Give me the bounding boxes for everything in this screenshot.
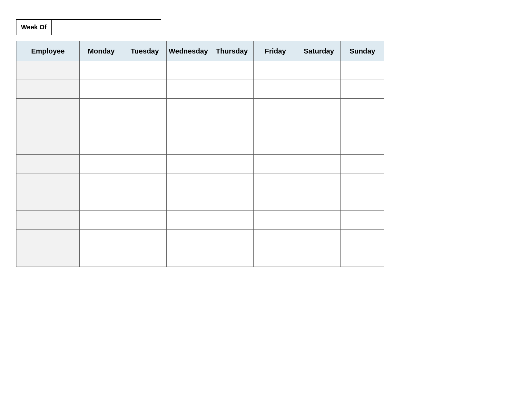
day-cell[interactable] bbox=[254, 80, 297, 99]
employee-cell[interactable] bbox=[16, 61, 80, 80]
employee-cell[interactable] bbox=[16, 192, 80, 211]
day-cell[interactable] bbox=[297, 192, 341, 211]
day-cell[interactable] bbox=[297, 136, 341, 155]
employee-cell[interactable] bbox=[16, 211, 80, 230]
day-cell[interactable] bbox=[80, 211, 123, 230]
employee-cell[interactable] bbox=[16, 80, 80, 99]
table-row bbox=[16, 248, 384, 267]
day-cell[interactable] bbox=[341, 80, 384, 99]
day-cell[interactable] bbox=[210, 80, 254, 99]
day-cell[interactable] bbox=[80, 248, 123, 267]
day-cell[interactable] bbox=[341, 155, 384, 173]
day-header-monday: Monday bbox=[80, 41, 123, 61]
header-row: Employee Monday Tuesday Wednesday Thursd… bbox=[16, 41, 384, 61]
day-cell[interactable] bbox=[210, 248, 254, 267]
day-cell[interactable] bbox=[167, 192, 210, 211]
day-cell[interactable] bbox=[210, 117, 254, 136]
day-cell[interactable] bbox=[297, 61, 341, 80]
day-cell[interactable] bbox=[210, 230, 254, 248]
day-cell[interactable] bbox=[341, 61, 384, 80]
day-cell[interactable] bbox=[297, 248, 341, 267]
day-cell[interactable] bbox=[167, 211, 210, 230]
day-cell[interactable] bbox=[123, 136, 167, 155]
schedule-table: Employee Monday Tuesday Wednesday Thursd… bbox=[16, 41, 384, 267]
table-row bbox=[16, 80, 384, 99]
day-cell[interactable] bbox=[254, 192, 297, 211]
day-cell[interactable] bbox=[210, 99, 254, 117]
day-cell[interactable] bbox=[210, 136, 254, 155]
employee-cell[interactable] bbox=[16, 248, 80, 267]
day-cell[interactable] bbox=[341, 211, 384, 230]
employee-cell[interactable] bbox=[16, 230, 80, 248]
day-cell[interactable] bbox=[123, 155, 167, 173]
day-cell[interactable] bbox=[123, 80, 167, 99]
day-cell[interactable] bbox=[341, 173, 384, 192]
day-cell[interactable] bbox=[297, 117, 341, 136]
day-cell[interactable] bbox=[297, 173, 341, 192]
day-cell[interactable] bbox=[80, 80, 123, 99]
day-cell[interactable] bbox=[254, 211, 297, 230]
day-cell[interactable] bbox=[80, 173, 123, 192]
day-cell[interactable] bbox=[254, 99, 297, 117]
day-cell[interactable] bbox=[167, 117, 210, 136]
day-cell[interactable] bbox=[297, 230, 341, 248]
day-cell[interactable] bbox=[297, 155, 341, 173]
day-cell[interactable] bbox=[167, 136, 210, 155]
employee-cell[interactable] bbox=[16, 173, 80, 192]
day-cell[interactable] bbox=[123, 99, 167, 117]
table-row bbox=[16, 211, 384, 230]
day-cell[interactable] bbox=[167, 230, 210, 248]
day-cell[interactable] bbox=[167, 61, 210, 80]
day-cell[interactable] bbox=[254, 230, 297, 248]
table-row bbox=[16, 61, 384, 80]
day-cell[interactable] bbox=[254, 248, 297, 267]
day-cell[interactable] bbox=[297, 99, 341, 117]
day-cell[interactable] bbox=[123, 248, 167, 267]
day-cell[interactable] bbox=[123, 211, 167, 230]
employee-cell[interactable] bbox=[16, 155, 80, 173]
employee-cell[interactable] bbox=[16, 136, 80, 155]
day-cell[interactable] bbox=[297, 80, 341, 99]
day-cell[interactable] bbox=[254, 117, 297, 136]
day-cell[interactable] bbox=[341, 248, 384, 267]
day-cell[interactable] bbox=[341, 117, 384, 136]
day-cell[interactable] bbox=[341, 230, 384, 248]
day-header-sunday: Sunday bbox=[341, 41, 384, 61]
day-cell[interactable] bbox=[123, 117, 167, 136]
day-cell[interactable] bbox=[210, 211, 254, 230]
day-cell[interactable] bbox=[254, 136, 297, 155]
day-cell[interactable] bbox=[167, 173, 210, 192]
table-row bbox=[16, 117, 384, 136]
day-cell[interactable] bbox=[297, 211, 341, 230]
day-cell[interactable] bbox=[80, 99, 123, 117]
day-cell[interactable] bbox=[254, 155, 297, 173]
day-cell[interactable] bbox=[254, 61, 297, 80]
day-cell[interactable] bbox=[210, 173, 254, 192]
day-cell[interactable] bbox=[80, 155, 123, 173]
day-cell[interactable] bbox=[80, 117, 123, 136]
day-cell[interactable] bbox=[80, 192, 123, 211]
day-cell[interactable] bbox=[123, 192, 167, 211]
day-cell[interactable] bbox=[80, 61, 123, 80]
day-cell[interactable] bbox=[167, 99, 210, 117]
day-cell[interactable] bbox=[210, 155, 254, 173]
day-cell[interactable] bbox=[210, 192, 254, 211]
day-cell[interactable] bbox=[167, 248, 210, 267]
employee-cell[interactable] bbox=[16, 99, 80, 117]
day-cell[interactable] bbox=[341, 99, 384, 117]
day-cell[interactable] bbox=[80, 136, 123, 155]
day-header-saturday: Saturday bbox=[297, 41, 341, 61]
employee-cell[interactable] bbox=[16, 117, 80, 136]
day-cell[interactable] bbox=[341, 136, 384, 155]
table-row bbox=[16, 192, 384, 211]
day-cell[interactable] bbox=[123, 230, 167, 248]
day-cell[interactable] bbox=[167, 155, 210, 173]
day-cell[interactable] bbox=[123, 61, 167, 80]
day-cell[interactable] bbox=[123, 173, 167, 192]
day-cell[interactable] bbox=[167, 80, 210, 99]
day-cell[interactable] bbox=[210, 61, 254, 80]
day-cell[interactable] bbox=[254, 173, 297, 192]
week-of-input[interactable] bbox=[52, 19, 161, 35]
day-cell[interactable] bbox=[341, 192, 384, 211]
day-cell[interactable] bbox=[80, 230, 123, 248]
